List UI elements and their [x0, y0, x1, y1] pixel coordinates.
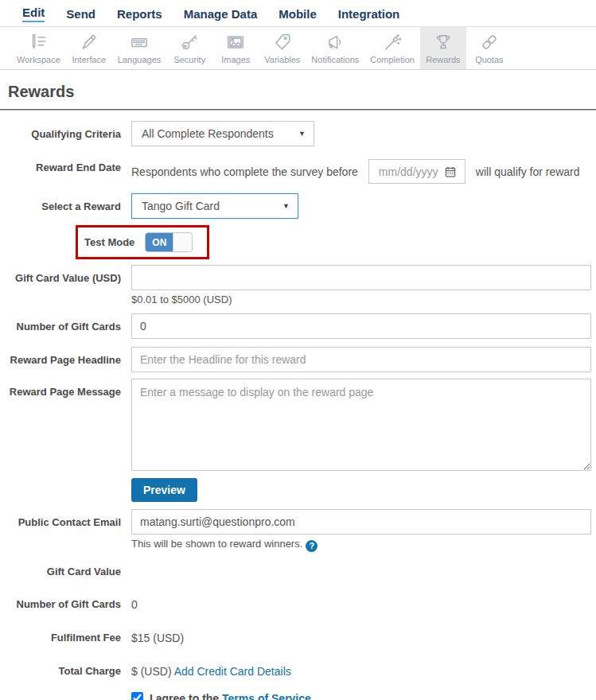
reward-page-headline-label: Reward Page Headline [0, 347, 131, 366]
toolbar-item-label: Workspace [17, 55, 60, 64]
total-charge-label: Total Charge [0, 663, 131, 677]
nav-item-mobile[interactable]: Mobile [279, 7, 317, 22]
number-of-gift-cards-label: Number of Gift Cards [0, 313, 131, 332]
toolbar-item-label: Images [221, 55, 250, 64]
summary-gift-card-value-label: Gift Card Value [0, 564, 131, 578]
toolbar-item-label: Notifications [311, 55, 359, 64]
toolbar-item-label: Completion [370, 55, 415, 64]
caret-down-icon: ▼ [282, 202, 290, 210]
nav-item-manage-data[interactable]: Manage Data [184, 7, 258, 22]
total-charge-value: $ (USD) [131, 665, 172, 678]
security-icon [179, 31, 200, 53]
caret-down-icon: ▼ [298, 130, 306, 138]
toolbar-item-label: Variables [264, 55, 300, 64]
reward-page-message-label: Reward Page Message [0, 379, 131, 398]
toggle-knob [173, 233, 192, 251]
fulfilment-fee-value: $15 (USD) [131, 630, 591, 644]
toolbar-item-label: Languages [118, 55, 161, 64]
qualifying-criteria-value: All Complete Respondents [142, 127, 274, 140]
toolbar-item-workspace[interactable]: Workspace [11, 27, 66, 69]
test-mode-label: Test Mode [84, 236, 134, 248]
rewards-icon [433, 31, 454, 53]
hint-text: This will be shown to reward winners. [131, 538, 302, 550]
qualifying-criteria-select[interactable]: All Complete Respondents ▼ [131, 121, 314, 146]
summary-number-of-gift-cards: 0 [131, 597, 591, 611]
page-title: Rewards [8, 83, 596, 101]
nav-item-edit[interactable]: Edit [22, 6, 45, 22]
settings-toolbar: Workspace Interface Languages Security I… [0, 27, 596, 70]
terms-of-service-link[interactable]: Terms of Service [222, 692, 311, 700]
toolbar-item-label: Interface [72, 55, 106, 64]
spacer [0, 478, 131, 485]
toggle-on-label: ON [146, 233, 173, 251]
toolbar-item-completion[interactable]: Completion [364, 27, 420, 69]
public-contact-email-label: Public Contact Email [0, 509, 131, 528]
public-contact-email-hint: This will be shown to reward winners.? [131, 538, 591, 552]
variables-icon [272, 31, 293, 53]
toolbar-item-label: Quotas [475, 55, 503, 64]
test-mode-toggle[interactable]: ON [145, 232, 193, 252]
reward-page-message-textarea[interactable] [131, 379, 591, 471]
quotas-icon [479, 31, 500, 53]
summary-gift-card-value [131, 564, 591, 566]
agree-text: I agree to the [150, 692, 219, 700]
select-reward-select[interactable]: Tango Gift Card ▼ [131, 193, 298, 219]
rewards-form: Qualifying Criteria All Complete Respond… [0, 111, 596, 700]
date-placeholder: mm/dd/yyyy [379, 165, 438, 178]
reward-end-date-prefix: Respondents who complete the survey befo… [131, 165, 358, 178]
toolbar-item-images[interactable]: Images [212, 27, 259, 69]
top-nav: Edit Send Reports Manage Data Mobile Int… [0, 0, 596, 27]
notifications-icon [325, 31, 345, 53]
nav-item-integration[interactable]: Integration [338, 7, 400, 22]
public-contact-email-input[interactable] [131, 509, 591, 535]
nav-item-reports[interactable]: Reports [117, 7, 162, 22]
add-credit-card-link[interactable]: Add Credit Card Details [174, 665, 291, 678]
gift-card-value-input[interactable] [131, 265, 591, 290]
number-of-gift-cards-input[interactable] [131, 313, 591, 339]
select-reward-value: Tango Gift Card [142, 200, 220, 212]
fulfilment-fee-label: Fulfilment Fee [0, 630, 131, 644]
images-icon [225, 31, 246, 53]
calendar-icon[interactable] [444, 165, 457, 178]
interface-icon [79, 31, 99, 53]
terms-checkbox[interactable] [131, 692, 143, 700]
toolbar-item-languages[interactable]: Languages [112, 27, 166, 69]
gift-card-value-hint: $0.01 to $5000 (USD) [131, 294, 591, 305]
completion-icon [382, 31, 403, 53]
toolbar-item-variables[interactable]: Variables [259, 27, 306, 69]
toolbar-item-interface[interactable]: Interface [66, 27, 112, 69]
toolbar-item-label: Rewards [426, 55, 460, 64]
gift-card-value-label: Gift Card Value (USD) [0, 265, 131, 284]
nav-item-send[interactable]: Send [66, 7, 95, 22]
reward-end-date-input[interactable]: mm/dd/yyyy [368, 159, 466, 184]
reward-page-headline-input[interactable] [131, 347, 591, 372]
help-icon[interactable]: ? [306, 540, 317, 552]
toolbar-item-security[interactable]: Security [166, 27, 212, 69]
select-reward-label: Select a Reward [0, 193, 131, 212]
spacer [0, 692, 131, 699]
toolbar-item-notifications[interactable]: Notifications [306, 27, 364, 69]
toolbar-item-quotas[interactable]: Quotas [466, 27, 512, 69]
reward-end-date-suffix: will qualify for reward [476, 165, 580, 178]
summary-number-of-gift-cards-label: Number of Gift Cards [0, 597, 131, 610]
qualifying-criteria-label: Qualifying Criteria [0, 121, 131, 140]
reward-end-date-label: Reward End Date [0, 154, 131, 173]
test-mode-annotation-box: Test Mode ON [76, 225, 209, 259]
languages-icon [129, 31, 150, 53]
preview-button[interactable]: Preview [131, 478, 197, 502]
toolbar-item-label: Security [173, 55, 205, 64]
toolbar-item-rewards[interactable]: Rewards [420, 27, 466, 69]
workspace-icon [28, 31, 49, 53]
